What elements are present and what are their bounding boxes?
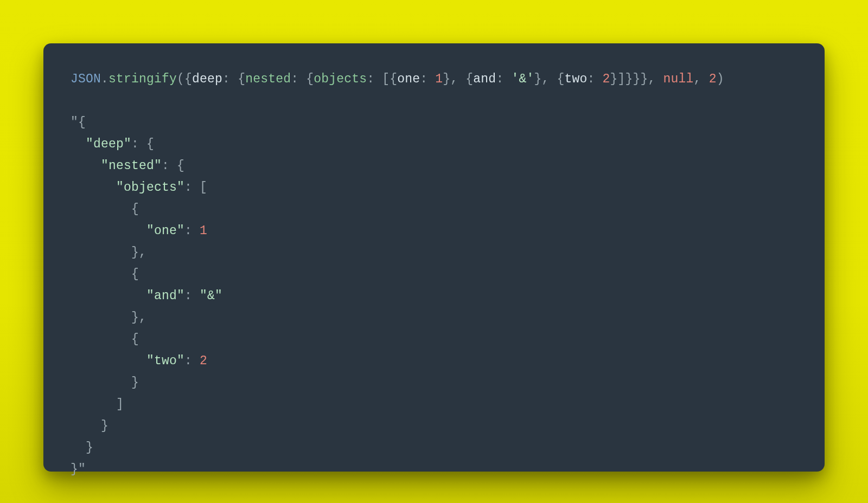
token-class: JSON (71, 72, 101, 86)
token-key-two: two (564, 72, 587, 86)
out-key-two: "two" (146, 354, 184, 368)
token-brace: { (390, 72, 397, 86)
token-brace: { (184, 72, 192, 86)
token-colon: : (367, 72, 382, 86)
out-punc: : { (131, 137, 154, 151)
token-brace: } (626, 72, 633, 86)
token-colon: : (222, 72, 238, 86)
out-indent (71, 224, 146, 238)
token-paren-open: ( (177, 72, 184, 86)
out-colon: : (184, 289, 200, 303)
out-l13: } (71, 376, 139, 390)
out-l14: ] (71, 397, 124, 411)
code-card: JSON.stringify({deep: {nested: {objects:… (43, 43, 825, 472)
stage: JSON.stringify({deep: {nested: {objects:… (0, 0, 868, 503)
out-indent (71, 354, 146, 368)
token-brace: } (633, 72, 641, 86)
out-val-amp: "&" (200, 289, 222, 303)
token-brace: { (465, 72, 473, 86)
token-key-nested: nested (245, 72, 291, 86)
token-key-objects: objects (314, 72, 367, 86)
out-l17: }" (71, 462, 86, 476)
out-l10: }, (71, 311, 146, 325)
token-num-2: 2 (602, 72, 610, 86)
token-brace: } (443, 72, 450, 86)
token-dot: . (101, 72, 108, 86)
out-indent (71, 180, 116, 195)
out-punc: : [ (184, 180, 207, 195)
token-num-indent: 2 (709, 72, 717, 86)
token-brace: { (306, 72, 314, 86)
token-comma: , (541, 72, 557, 86)
out-l07: }, (71, 246, 146, 260)
out-key-one: "one" (146, 224, 184, 238)
token-bracket: [ (382, 72, 390, 86)
token-brace: { (238, 72, 245, 86)
out-key-nested: "nested" (101, 159, 162, 173)
token-colon: : (496, 72, 511, 86)
token-str-amp: '&' (511, 72, 534, 86)
token-comma: , (694, 72, 709, 86)
out-colon: : (184, 224, 200, 238)
token-paren-close: ) (717, 72, 724, 86)
token-comma: , (450, 72, 465, 86)
out-l11: { (71, 332, 139, 346)
out-indent (71, 137, 86, 151)
token-brace: { (557, 72, 564, 86)
out-key-objects: "objects" (116, 180, 184, 195)
token-colon: : (291, 72, 306, 86)
token-key-and: and (473, 72, 496, 86)
out-indent (71, 289, 146, 303)
code-block: JSON.stringify({deep: {nested: {objects:… (71, 68, 797, 480)
token-key-deep: deep (192, 72, 222, 86)
out-punc: : { (162, 159, 184, 173)
out-l15: } (71, 419, 108, 433)
token-colon: : (587, 72, 602, 86)
token-method: stringify (108, 72, 177, 86)
out-l01: "{ (71, 115, 86, 130)
out-key-deep: "deep" (86, 137, 131, 151)
token-brace: } (534, 72, 541, 86)
token-null: null (663, 72, 694, 86)
token-num-1: 1 (435, 72, 443, 86)
token-brace: } (610, 72, 618, 86)
out-key-and: "and" (146, 289, 184, 303)
token-bracket: ] (618, 72, 626, 86)
token-key-one: one (397, 72, 420, 86)
out-l05: { (71, 202, 139, 216)
out-l08: { (71, 267, 139, 281)
out-val-1: 1 (200, 224, 207, 238)
out-val-2: 2 (200, 354, 207, 368)
out-l16: } (71, 441, 93, 455)
out-colon: : (184, 354, 200, 368)
token-colon: : (420, 72, 435, 86)
out-indent (71, 159, 101, 173)
token-brace: } (641, 72, 648, 86)
token-comma: , (648, 72, 663, 86)
